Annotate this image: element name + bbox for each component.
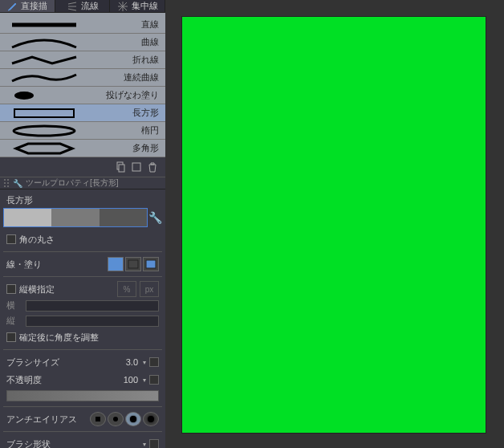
prop-brush-shape: ブラシ形状 ▾ (3, 435, 162, 448)
prop-brush-size: ブラシサイズ 3.0 ▾ (3, 353, 162, 371)
dropdown-icon[interactable]: ▾ (143, 377, 146, 384)
aspect-checkbox[interactable] (6, 284, 16, 294)
tool-preview-icon (0, 17, 88, 33)
svg-rect-14 (128, 260, 138, 268)
prop-opacity: 不透明度 100 ▾ (3, 371, 162, 389)
svg-point-7 (4, 179, 6, 181)
canvas-area (165, 0, 504, 448)
tool-label: 曲線 (88, 36, 165, 48)
svg-point-3 (14, 126, 75, 136)
svg-point-1 (14, 92, 34, 100)
tool-label: 投げなわ塗り (88, 89, 165, 101)
tool-label: 連続曲線 (88, 71, 165, 83)
prop-aspect-lock: 縦横指定 % px (3, 280, 162, 298)
opacity-value[interactable]: 100 (116, 375, 140, 385)
wrench-icon[interactable]: 🔧 (148, 211, 162, 224)
tool-item-ellipse[interactable]: 楕円 (0, 122, 165, 140)
prop-label: ブラシ形状 (6, 438, 140, 449)
tool-item-polyline[interactable]: 折れ線 (0, 51, 165, 69)
tab-label: 流線 (81, 0, 99, 12)
stream-icon (67, 1, 78, 12)
prop-header-title: ツールプロパティ[長方形] (26, 177, 119, 189)
opacity-dynamics[interactable] (149, 375, 159, 385)
corner-radius-checkbox[interactable] (6, 234, 16, 244)
delete-tool-icon[interactable] (146, 161, 159, 173)
prop-label: ブラシサイズ (6, 356, 112, 369)
prop-adjust-after: 確定後に角度を調整 (3, 328, 162, 346)
prop-width: 横 (3, 298, 162, 313)
ratio-btn-1[interactable]: % (117, 281, 136, 297)
tool-item-lasso-fill[interactable]: 投げなわ塗り (0, 87, 165, 104)
prop-line-fill: 線・塗り (3, 255, 162, 273)
tool-item-rectangle[interactable]: 長方形 (0, 104, 165, 122)
prop-label: 角の丸さ (19, 234, 159, 246)
aa-medium[interactable] (125, 412, 141, 426)
tool-property-body: 長方形 🔧 角の丸さ 線・塗り 縦横指定 % px (0, 189, 165, 448)
color-gradient-picker[interactable] (3, 208, 148, 227)
svg-point-10 (7, 182, 9, 184)
tool-label: 直線 (88, 18, 165, 31)
aa-none[interactable] (90, 412, 106, 426)
pencil-icon (6, 1, 18, 12)
tool-preview-icon (0, 70, 88, 86)
svg-rect-5 (119, 165, 124, 172)
tab-direct-draw[interactable]: 直接描 (0, 0, 55, 12)
prop-label: 横 (6, 299, 22, 312)
ratio-btn-2[interactable]: px (140, 281, 159, 297)
tool-label: 楕円 (88, 124, 165, 136)
prop-label: 線・塗り (6, 259, 104, 271)
tool-preview-icon (0, 35, 88, 51)
aa-weak[interactable] (108, 412, 124, 426)
focus-icon (117, 1, 128, 12)
tool-property-header: 🔧 ツールプロパティ[長方形] (0, 177, 165, 189)
svg-point-11 (4, 185, 6, 187)
svg-rect-6 (132, 163, 140, 171)
opacity-slider[interactable] (6, 390, 159, 401)
brush-shape-settings[interactable] (149, 439, 159, 448)
svg-rect-15 (146, 260, 156, 268)
width-slider[interactable] (26, 300, 159, 312)
prop-antialias: アンチエイリアス (3, 410, 162, 428)
selected-tool-name: 長方形 (3, 193, 162, 208)
tool-label: 折れ線 (88, 54, 165, 66)
svg-rect-13 (111, 260, 120, 268)
mode-line-fill[interactable] (143, 257, 159, 271)
sub-tool-tabs: 直接描 流線 集中線 (0, 0, 165, 13)
tool-label: 多角形 (88, 142, 165, 154)
tool-label: 長方形 (88, 107, 165, 119)
tool-item-line[interactable]: 直線 (0, 16, 165, 34)
prop-height: 縦 (3, 313, 162, 328)
svg-point-12 (7, 185, 9, 187)
copy-tool-icon[interactable] (114, 161, 127, 173)
sub-tool-list: 直線 曲線 折れ線 連続曲線 投げなわ塗り 長方形 楕円 多角形 (0, 13, 165, 157)
dropdown-icon[interactable]: ▾ (143, 441, 146, 448)
mode-line-only[interactable] (125, 257, 141, 271)
brush-size-value[interactable]: 3.0 (116, 357, 140, 367)
svg-point-9 (4, 182, 6, 184)
tool-actions (0, 157, 165, 177)
tab-label: 直接描 (21, 0, 47, 12)
aa-strong[interactable] (143, 412, 159, 426)
tab-stream-line[interactable]: 流線 (55, 0, 111, 12)
prop-label: 縦横指定 (19, 283, 114, 295)
dropdown-icon[interactable]: ▾ (143, 359, 146, 366)
wrench-icon: 🔧 (13, 179, 22, 188)
svg-point-8 (7, 179, 9, 181)
tab-focus-line[interactable]: 集中線 (110, 0, 165, 12)
tool-preview-icon (0, 123, 88, 139)
tool-item-continuous-curve[interactable]: 連続曲線 (0, 69, 165, 87)
canvas[interactable] (181, 16, 486, 434)
tool-item-polygon[interactable]: 多角形 (0, 140, 165, 157)
new-tool-icon[interactable] (130, 161, 143, 173)
height-slider[interactable] (26, 316, 159, 327)
tool-preview-icon (0, 105, 88, 121)
prop-corner-radius: 角の丸さ (3, 230, 162, 248)
svg-rect-2 (14, 109, 74, 117)
adjust-after-checkbox[interactable] (6, 332, 16, 342)
tool-item-curve[interactable]: 曲線 (0, 34, 165, 51)
brush-size-dynamics[interactable] (149, 357, 159, 367)
grip-icon (3, 177, 10, 189)
mode-fill-only[interactable] (108, 257, 124, 271)
prop-label: 不透明度 (6, 374, 112, 386)
tool-preview-icon (0, 88, 88, 104)
